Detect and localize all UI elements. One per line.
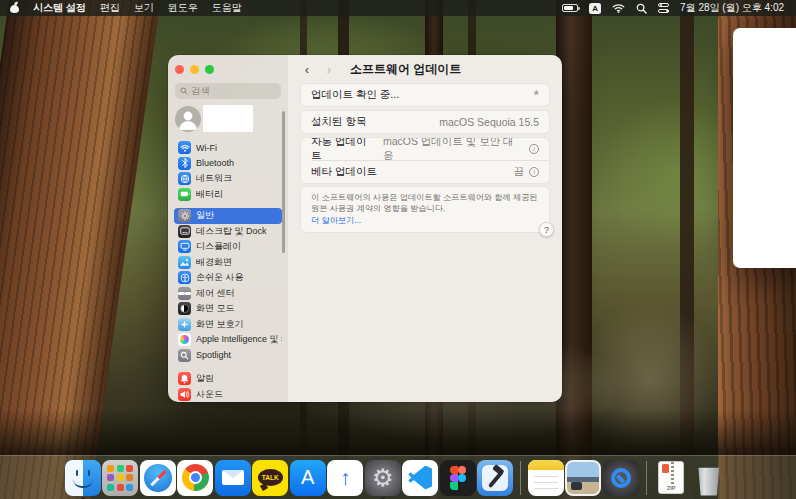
sidebar-item-desktop-dock[interactable]: 데스크탑 및 Dock [174,224,282,240]
globe-icon [178,172,191,185]
page-title: 소프트웨어 업데이트 [350,61,461,78]
dock-mail-icon[interactable] [214,456,252,499]
search-icon [180,87,188,95]
sidebar-item-notifications[interactable]: 알림 [174,371,282,387]
sidebar-item-wifi[interactable]: Wi-Fi [174,140,282,156]
info-icon[interactable]: i [529,167,539,177]
sidebar-item-display[interactable]: 디스플레이 [174,239,282,255]
sidebar-item-bluetooth[interactable]: Bluetooth [174,156,282,172]
battery-icon[interactable] [562,4,578,12]
zoom-button[interactable] [205,65,214,74]
speaker-icon [178,388,191,401]
back-button[interactable]: ‹ [300,62,314,77]
dock-quicktime-icon[interactable] [602,456,640,499]
system-settings-window: 검색 Wi-Fi Bluetooth 네트워크 [168,55,562,402]
sidebar-scrollbar[interactable] [282,111,285,253]
window-controls [175,65,214,74]
settings-sidebar: 검색 Wi-Fi Bluetooth 네트워크 [168,55,288,402]
forward-button[interactable]: › [322,62,336,77]
dock-finder-icon[interactable] [64,456,102,499]
sidebar-item-battery[interactable]: 배터리 [174,187,282,203]
input-source-icon[interactable]: A [589,3,601,14]
dock-notes-icon[interactable] [527,456,565,499]
settings-content: ‹ › 소프트웨어 업데이트 업데이트 확인 중... * 설치된 항목 mac… [288,55,562,402]
sidebar-item-network[interactable]: 네트워크 [174,171,282,187]
installed-value: macOS Sequoia 15.5 [439,116,539,128]
dock-figma-icon[interactable] [439,456,477,499]
dock: TALK A ↑ ⚙ ZIP [0,455,796,499]
license-text: 이 소프트웨어의 사용은 업데이트할 소프트웨어와 함께 제공된 원본 사용권 … [311,192,539,214]
dock-kakaotalk-icon[interactable]: TALK [252,456,290,499]
spotlight-icon[interactable] [636,3,647,14]
menu-help[interactable]: 도움말 [212,1,242,15]
sidebar-list: Wi-Fi Bluetooth 네트워크 배터리 일반 [174,140,282,402]
dock-vscode-icon[interactable] [402,456,440,499]
search-input[interactable]: 검색 [175,83,281,99]
bell-icon [178,372,191,385]
menu-window[interactable]: 윈도우 [168,1,198,15]
sidebar-item-control-center[interactable]: 제어 센터 [174,286,282,302]
accessibility-icon [178,271,191,284]
forest-ground-shadow [0,409,796,455]
dock-trash-icon[interactable] [690,456,728,499]
checking-card: 업데이트 확인 중... * [300,83,550,107]
sidebar-item-spotlight[interactable]: Spotlight [174,348,282,364]
checking-row: 업데이트 확인 중... * [301,84,549,106]
background-white-window[interactable] [733,28,796,268]
menu-view[interactable]: 보기 [134,1,154,15]
spotlight-setting-icon [178,349,191,362]
dock-launchpad-icon[interactable] [102,456,140,499]
sidebar-item-appearance[interactable]: 화면 모드 [174,301,282,317]
minimize-button[interactable] [190,65,199,74]
dock-zip-file-icon[interactable]: ZIP [653,456,691,499]
learn-more-link[interactable]: 더 알아보기... [311,215,539,226]
wallpaper-icon [178,256,191,269]
search-placeholder: 검색 [191,85,210,98]
redacted-account-name [203,105,253,132]
bluetooth-icon [178,157,191,170]
control-center-icon[interactable] [658,3,669,13]
dock-xcode-icon[interactable] [477,456,515,499]
wifi-icon [178,141,191,154]
sidebar-item-general[interactable]: 일반 [174,208,282,224]
info-icon[interactable]: i [529,144,539,154]
dock-safari-icon[interactable] [139,456,177,499]
battery-setting-icon [178,188,191,201]
menu-bar: 시스템 설정 편집 보기 윈도우 도움말 A 7월 28일 (월) 오후 4:0… [0,0,796,16]
dock-divider [520,461,521,495]
apple-menu-icon[interactable] [10,3,19,13]
dock-system-settings-icon[interactable]: ⚙ [364,456,402,499]
dock-upload-app-icon[interactable]: ↑ [327,456,365,499]
siri-icon [178,333,191,346]
close-button[interactable] [175,65,184,74]
menu-app-name[interactable]: 시스템 설정 [33,1,86,15]
display-icon [178,240,191,253]
appearance-icon [178,302,191,315]
dock-chrome-icon[interactable] [177,456,215,499]
desktop: 시스템 설정 편집 보기 윈도우 도움말 A 7월 28일 (월) 오후 4:0… [0,0,796,499]
menu-bar-clock[interactable]: 7월 28일 (월) 오후 4:02 [680,1,784,15]
sidebar-item-screensaver[interactable]: 화면 보호기 [174,317,282,333]
screensaver-icon [178,318,191,331]
dock-appstore-icon[interactable]: A [289,456,327,499]
auto-update-row[interactable]: 자동 업데이트 macOS 업데이트 및 보안 대응 i [301,138,549,160]
wifi-status-icon[interactable] [612,3,625,13]
gear-icon [178,209,191,222]
sidebar-item-sound[interactable]: 사운드 [174,387,282,403]
help-button[interactable]: ? [539,222,554,237]
dock-setting-icon [178,225,191,238]
window-header: ‹ › 소프트웨어 업데이트 [288,55,562,83]
updates-card: 자동 업데이트 macOS 업데이트 및 보안 대응 i 베타 업데이트 끔 i [300,137,550,184]
dock-image-file-icon[interactable] [565,456,603,499]
auto-update-value: macOS 업데이트 및 보안 대응 [383,137,524,163]
beta-update-row[interactable]: 베타 업데이트 끔 i [301,161,549,183]
sidebar-item-wallpaper[interactable]: 배경화면 [174,255,282,271]
activity-spinner-icon: * [534,90,539,100]
beta-update-value: 끔 [514,165,525,179]
avatar [175,106,201,132]
installed-row[interactable]: 설치된 항목 macOS Sequoia 15.5 [301,111,549,133]
sidebar-item-apple-intelligence-siri[interactable]: Apple Intelligence 및 Siri [174,332,282,348]
account-row[interactable] [175,105,281,133]
menu-edit[interactable]: 편집 [100,1,120,15]
sidebar-item-accessibility[interactable]: 손쉬운 사용 [174,270,282,286]
